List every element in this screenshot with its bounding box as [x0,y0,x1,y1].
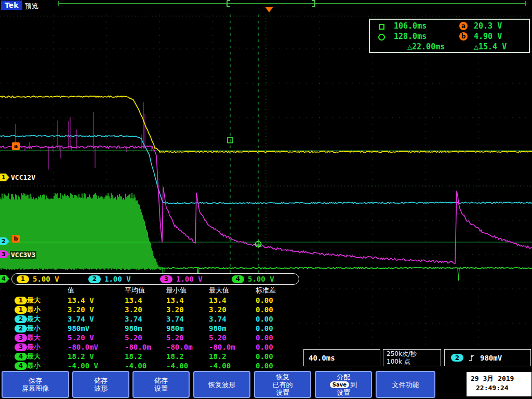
date-value: 29 3月 2019 [471,374,531,383]
channel-3-scale-value: 1.00 V [176,275,203,283]
measurement-max: 18.2 [209,352,256,361]
channel-1-scale-value: 5.00 V [33,275,59,283]
softkey-button-line: 恢复波形 [208,381,235,389]
measurement-std: 0.00 [256,352,299,361]
cursor-b-time: 128.0ms [394,32,427,41]
cursor-delta-time: △22.00ms [407,42,445,51]
measurement-min: 3.74 [166,315,209,323]
measurement-header-5: 标准差 [256,286,299,295]
softkey-button-line: 设置 [154,384,168,392]
channel-2-badge: 2 [15,325,27,332]
softkey-menu-bar: 保存屏幕图像储存波形储存设置恢复波形恢复已有的设置分配Save到设置文件功能 [0,370,532,399]
cursor-a-square-icon [379,24,384,30]
cursor-delta-value: △15.4 V [474,42,507,51]
measurement-stat-label: 最小 [27,324,68,333]
softkey-button-line: 保存 [29,377,42,384]
channel-4-badge: 4 [232,275,244,283]
measurement-max: 980m [209,324,256,332]
measurement-min: 13.4 [166,296,209,304]
measurement-header-2: 平均值 [125,286,166,295]
softkey-button-line: Save到 [330,381,357,389]
measurement-row-ch2-max: 2最大3.74 V3.743.743.740.00 [11,314,299,324]
channel-3-badge: 3 [15,343,27,351]
measurement-row-ch4-min: 4最小-4.00 V-4.00-4.00-4.000.00 [11,361,299,370]
measurement-std: 0.00 [256,324,299,332]
channel-2-scale-item: 21.00 V [84,275,155,283]
measurement-stat-label: 最大 [27,314,68,324]
softkey-button-6[interactable]: 分配Save到设置 [315,371,372,398]
measurement-row-ch1-max: 1最大13.4 V13.413.413.40.00 [11,296,299,305]
measurement-table: 值平均值最小值最大值标准差1最大13.4 V13.413.413.40.001最… [11,285,299,370]
sample-rate-value: 250k次/秒 [387,350,437,358]
channel-3-position-marker: 3 [0,250,9,258]
measurement-mean: -80.0m [125,343,166,351]
measurement-min: -80.0m [166,343,209,351]
channel-4-badge: 4 [15,362,27,370]
measurement-std: 0.00 [256,315,299,323]
channel-4-badge: 4 [15,353,27,361]
measurement-std: 0.00 [256,362,299,370]
trigger-level-value: 980mV [480,354,502,362]
measurement-mean: 18.2 [125,352,166,361]
measurement-min: 3.20 [166,305,209,314]
channel-2-scale-value: 1.00 V [104,275,131,283]
softkey-button-line: 分配 [337,373,350,381]
softkey-button-5[interactable]: 恢复已有的设置 [254,371,311,398]
measurement-value: -4.00 V [68,362,125,370]
measurement-mean: 5.20 [125,334,166,342]
measurement-value: 980mV [68,324,125,332]
trigger-slope-icon [468,353,475,362]
measurement-stat-label: 最小 [27,305,68,314]
measurement-mean: 980m [125,324,166,332]
softkey-button-4[interactable]: 恢复波形 [193,371,250,398]
horizontal-scale-value: 40.0ms [309,354,335,362]
measurement-min: -4.00 [166,362,209,370]
measurement-stat-label: 最大 [27,352,68,361]
measurement-mean: 13.4 [125,296,166,304]
softkey-button-2[interactable]: 储存波形 [72,371,129,398]
cursor-b-level-marker: b [12,235,20,243]
softkey-button-line: 波形 [94,384,108,392]
measurement-header-row: 值平均值最小值最大值标准差 [11,285,299,296]
cursor-a-badge: a [459,22,468,30]
measurement-value: 5.20 V [68,334,125,342]
cursor-a-value: 20.3 V [474,21,502,31]
trigger-status-box: 2 980mV [444,349,531,366]
softkey-button-1[interactable]: 保存屏幕图像 [2,371,69,398]
measurement-value: 3.20 V [68,305,125,314]
time-value: 22:49:24 [471,383,531,393]
measurement-max: -80.0m [209,343,256,351]
measurement-mean: 3.20 [125,305,166,314]
softkey-button-line: 设置 [276,389,289,396]
cursor-readout-panel: 106.0ms 128.0ms a b 20.3 V 4.90 V △22.00… [369,19,530,53]
channel-3-badge: 3 [160,275,172,283]
measurement-value: -80.0mV [68,343,125,351]
cursor-b-value: 4.90 V [474,32,502,41]
measurement-value: 13.4 V [68,296,125,304]
measurement-max: 3.20 [209,305,256,314]
trigger-position-icon [265,7,273,12]
oscilloscope-screen: Tek 预览 106.0ms 128.0ms a b 20.3 V 4.90 V… [0,0,532,399]
softkey-button-line: 储存 [94,377,108,384]
sample-rate-box: 250k次/秒 100k 点 [383,349,441,366]
softkey-button-line: 屏幕图像 [22,384,49,392]
record-length-value: 100k 点 [387,358,437,366]
softkey-button-line: 文件功能 [392,381,419,389]
measurement-std: 0.00 [256,334,299,342]
measurement-std: 0.00 [256,305,299,314]
channel-2-badge: 2 [88,275,101,283]
channel-4-scale-value: 5.00 V [248,275,274,283]
measurement-min: 980m [166,324,209,332]
channel-1-badge: 1 [17,275,29,283]
channel-1-position-marker: 1 [0,174,9,181]
softkey-button-7[interactable]: 文件功能 [376,371,435,398]
channel-4-position-marker: 4 [0,275,9,283]
measurement-header-1: 值 [68,286,125,295]
cursor-b-circle-icon [378,34,385,41]
trigger-source-badge: 2 [451,354,463,362]
measurement-row-ch3-max: 3最大5.20 V5.205.205.200.00 [11,333,299,342]
channel-1-badge: 1 [15,306,27,314]
channel-scale-bar: 15.00 V21.00 V31.00 V45.00 V [11,273,299,285]
measurement-stat-label: 最小 [27,361,68,370]
softkey-button-3[interactable]: 储存设置 [132,371,190,398]
